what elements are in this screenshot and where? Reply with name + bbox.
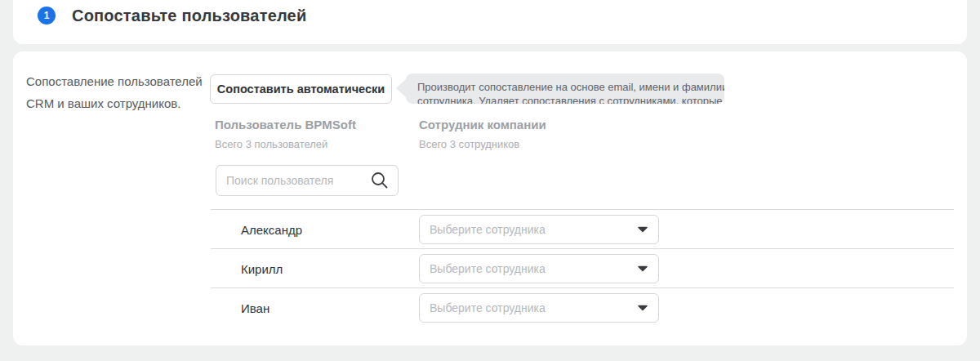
tooltip-text-line2: сотрудника. Удаляет сопоставления с сотр… (417, 94, 713, 104)
dropdown-placeholder: Выберите сотрудника (430, 262, 637, 275)
mapping-description: Сопоставление пользователей CRM и ваших … (26, 70, 216, 114)
column-count: Всего 3 сотрудников (419, 138, 546, 150)
step-header-card: 1 Сопоставьте пользователей (13, 0, 967, 44)
column-title: Пользователь BPMSoft (215, 118, 356, 132)
column-header-bpmsoft-users: Пользователь BPMSoft Всего 3 пользовател… (215, 118, 356, 150)
user-mapping-card: Сопоставление пользователей CRM и ваших … (13, 51, 967, 345)
tooltip-arrow-icon (396, 79, 406, 97)
page-title: Сопоставьте пользователей (72, 3, 306, 28)
table-row: Кирилл Выберите сотрудника (211, 248, 954, 287)
crm-user-name: Иван (241, 288, 270, 328)
crm-user-name: Александр (241, 210, 302, 249)
user-mapping-table: Александр Выберите сотрудника Кирилл Выб… (211, 209, 954, 327)
chevron-down-icon (637, 226, 648, 233)
tooltip-text-line1: Производит сопоставление на основе email… (417, 80, 713, 94)
chevron-down-icon (637, 305, 648, 311)
column-count: Всего 3 пользователей (215, 138, 356, 150)
dropdown-placeholder: Выберите сотрудника (430, 223, 637, 236)
table-row: Александр Выберите сотрудника (211, 209, 954, 248)
employee-select-dropdown[interactable]: Выберите сотрудника (419, 215, 659, 244)
column-header-company-employees: Сотрудник компании Всего 3 сотрудников (419, 118, 546, 150)
auto-match-tooltip: Производит сопоставление на основе email… (406, 74, 724, 104)
auto-match-button[interactable]: Сопоставить автоматически (210, 74, 392, 104)
user-search-box[interactable] (216, 165, 399, 196)
crm-user-name: Кирилл (241, 249, 283, 288)
employee-select-dropdown[interactable]: Выберите сотрудника (419, 254, 659, 283)
employee-select-dropdown[interactable]: Выберите сотрудника (419, 293, 659, 323)
step-number-badge: 1 (38, 7, 56, 25)
column-title: Сотрудник компании (419, 118, 546, 132)
search-icon (370, 171, 390, 190)
user-search-input[interactable] (226, 174, 370, 187)
chevron-down-icon (637, 265, 648, 272)
dropdown-placeholder: Выберите сотрудника (430, 301, 637, 314)
table-row: Иван Выберите сотрудника (211, 287, 954, 327)
